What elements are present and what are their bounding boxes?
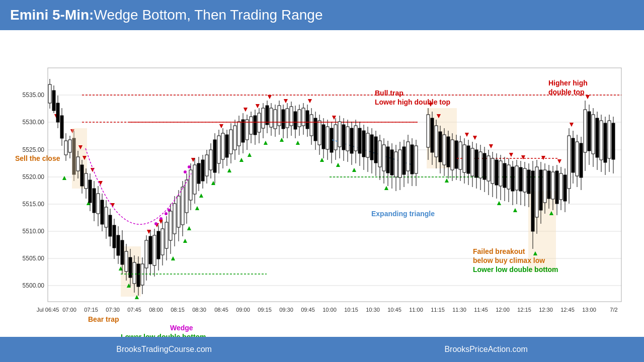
svg-text:▲: ▲ [194,204,201,212]
svg-rect-347 [527,170,530,194]
svg-rect-67 [80,165,84,186]
svg-text:5525.00: 5525.00 [23,146,45,153]
svg-rect-246 [346,127,349,151]
svg-rect-85 [109,215,112,236]
svg-rect-304 [459,142,462,169]
svg-rect-362 [551,172,554,199]
svg-text:▲: ▲ [182,236,189,244]
svg-rect-138 [185,180,188,213]
footer-left: BrooksTradingCourse.com [116,345,212,354]
svg-text:Wedge: Wedge [170,324,193,332]
svg-text:09:15: 09:15 [258,307,272,313]
svg-rect-56 [64,141,67,155]
svg-text:Jul 06:45: Jul 06:45 [37,307,59,313]
svg-rect-369 [564,175,567,201]
svg-rect-176 [242,120,245,142]
svg-rect-389 [600,121,603,160]
svg-text:08:00: 08:00 [149,307,163,313]
svg-rect-226 [322,125,325,149]
svg-text:Sell the close: Sell the close [15,154,60,162]
svg-rect-64 [76,157,79,171]
svg-text:▼: ▼ [77,143,84,151]
chart-svg: .price-label { font-size: 12px; fill: #3… [0,30,644,337]
svg-rect-99 [129,257,132,278]
svg-text:▲: ▲ [496,199,503,207]
svg-rect-101 [133,262,136,284]
svg-text:11:30: 11:30 [452,307,466,313]
svg-rect-257 [366,133,369,157]
svg-rect-89 [113,225,116,248]
svg-rect-104 [137,264,140,287]
svg-rect-209 [294,112,297,129]
svg-rect-308 [463,145,466,172]
svg-text:08:15: 08:15 [171,307,185,313]
svg-text:07:30: 07:30 [106,307,120,313]
svg-rect-313 [471,148,474,176]
svg-text:▲: ▲ [443,176,450,184]
svg-text:5530.00: 5530.00 [23,119,45,126]
svg-rect-212 [298,110,301,127]
svg-rect-135 [181,187,184,225]
svg-rect-332 [503,163,506,188]
svg-rect-311 [467,146,470,173]
svg-rect-268 [386,147,389,173]
svg-text:▼: ▼ [488,142,495,150]
svg-rect-391 [604,123,607,162]
svg-rect-316 [475,150,478,177]
svg-rect-295 [443,135,446,165]
svg-rect-290 [435,126,438,157]
svg-text:08:30: 08:30 [192,307,206,313]
svg-rect-70 [85,173,88,189]
svg-rect-253 [358,128,361,153]
svg-text:▼: ▼ [145,227,152,235]
svg-rect-378 [580,143,583,177]
svg-text:▲: ▲ [238,155,245,163]
svg-rect-152 [201,160,204,181]
svg-rect-337 [511,167,514,191]
svg-rect-119 [157,231,160,259]
svg-rect-216 [306,111,309,129]
svg-text:Higher high: Higher high [548,79,588,87]
svg-rect-259 [370,135,373,160]
svg-rect-385 [592,115,595,154]
svg-rect-367 [559,173,562,200]
svg-rect-322 [487,156,490,181]
svg-rect-149 [197,163,200,184]
page-header: Emini 5-Min: Wedge Bottom, Then Trading … [0,0,644,30]
svg-rect-334 [507,165,510,189]
svg-rect-325 [491,158,494,184]
svg-text:▲: ▲ [170,254,177,262]
svg-text:12:30: 12:30 [539,307,553,313]
svg-rect-300 [451,140,454,170]
page-footer: BrooksTradingCourse.com BrooksPriceActio… [0,337,644,362]
svg-text:▼: ▼ [242,105,249,113]
svg-rect-272 [394,152,397,177]
svg-rect-94 [121,240,124,264]
svg-text:▲: ▲ [335,160,342,168]
svg-rect-202 [282,110,285,129]
svg-rect-345 [523,168,526,192]
svg-rect-197 [274,110,277,129]
svg-rect-214 [302,108,305,126]
svg-rect-184 [254,116,257,135]
svg-text:Expanding triangle: Expanding triangle [371,210,435,218]
svg-rect-195 [270,108,273,127]
svg-rect-128 [169,211,172,240]
svg-rect-159 [213,140,216,172]
svg-text:5515.00: 5515.00 [23,201,45,208]
svg-rect-51 [56,103,59,122]
svg-text:07:15: 07:15 [84,307,98,313]
svg-text:▲: ▲ [117,264,124,272]
svg-rect-293 [439,132,442,162]
svg-rect-279 [407,142,410,171]
svg-text:7/2: 7/2 [610,307,617,313]
svg-rect-275 [398,150,401,177]
svg-rect-106 [141,264,144,285]
svg-rect-78 [97,194,100,214]
svg-text:▼: ▼ [520,153,527,161]
header-normal: Wedge Bottom, Then Trading Range [94,7,323,23]
svg-text:10:45: 10:45 [387,307,401,313]
svg-rect-288 [431,118,434,152]
svg-rect-189 [262,108,265,128]
svg-rect-302 [455,141,458,168]
